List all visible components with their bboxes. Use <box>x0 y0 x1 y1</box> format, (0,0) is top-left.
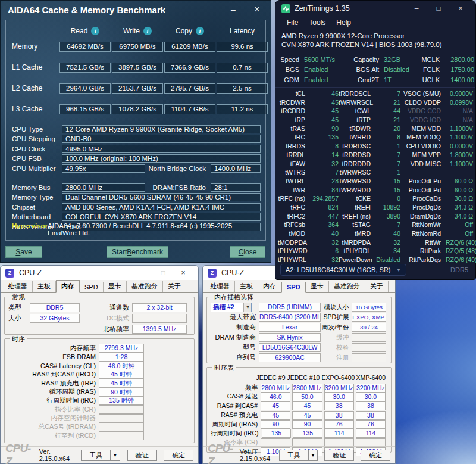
tab[interactable]: 关于 <box>365 281 389 292</box>
close-icon[interactable]: × <box>452 4 469 13</box>
voltage-label: VDDG CCD <box>400 107 446 116</box>
timing-value: 8 <box>310 142 339 151</box>
tools-dropdown-icon[interactable]: ▼ <box>110 450 120 461</box>
tab[interactable]: 主板 <box>235 281 258 292</box>
info-icon[interactable]: i <box>196 27 204 35</box>
profile-header: EXPO-6400 <box>321 374 354 381</box>
bench-copy-value: 1104.7 GB/s <box>164 104 215 114</box>
info-row-label: Chipset <box>12 203 61 211</box>
close-icon[interactable]: × <box>173 269 193 277</box>
timing-label: tMODPDA <box>278 238 310 247</box>
timing-label: tRRDL <box>278 151 310 160</box>
nb-freq-label: 北桥频率 <box>90 325 132 334</box>
info-row: CPU FSB 100.0 MHz (original: 100 MHz) <box>12 154 261 163</box>
voltage-value: 1.8000V <box>446 151 473 160</box>
zentimings-title-bar[interactable]: ZenTimings 1.35 – □ × <box>275 1 475 16</box>
size-label: 大小 <box>8 314 30 323</box>
save-button[interactable]: Save <box>5 246 42 258</box>
cpuz-app-icon: Z <box>5 269 14 278</box>
week-year-value: 39 / 24 <box>352 323 386 332</box>
module-type-value: DDR5 (UDIMM) <box>259 303 321 312</box>
timing-label: tWRWRSCL <box>339 98 375 107</box>
bench-row: L1 Cache 7521.5 GB/s 3897.5 GB/s 7366.9 … <box>12 63 261 73</box>
profile-row-label: 周期时间 (tRAS) <box>211 421 261 429</box>
model-label: 型号 <box>211 343 259 352</box>
tab[interactable]: 内存 <box>258 281 281 292</box>
menu-item[interactable]: Tools <box>303 18 331 27</box>
timing-row: 循环周期 (tRAS) 90 时钟 <box>8 388 190 396</box>
param-value: 32GB <box>384 55 421 64</box>
zentimings-app-icon <box>281 4 290 13</box>
tab[interactable]: 内存 <box>56 280 80 293</box>
memory-bus-row: Memory Bus 2800.0 MHz DRAM:FSB Ratio 28:… <box>12 183 261 192</box>
tab[interactable]: SPD <box>281 282 306 293</box>
timing-label: tWRWRSC <box>339 168 375 177</box>
bench-column-header: Latency <box>217 25 268 37</box>
close-button[interactable]: Close <box>230 246 265 258</box>
timing-value <box>99 431 144 440</box>
register-value <box>352 353 386 362</box>
profile-row-label: RAS# 预充电 <box>211 411 261 419</box>
timing-value: 34 <box>375 247 400 256</box>
aida64-window-title: AIDA64 Cache & Memory Benchmark <box>8 5 165 15</box>
tab[interactable]: 主板 <box>33 281 56 292</box>
tab[interactable]: 显卡 <box>104 281 127 292</box>
slot-select-dropdown[interactable]: 插槽 #2 ▼ <box>211 303 252 312</box>
tab[interactable]: SPD <box>80 282 104 292</box>
cpuz-memory-window: Z CPU-Z – □ × 处理器 主板 内存 SPD 显卡 <box>0 265 199 464</box>
tab[interactable]: 处理器 <box>3 281 33 292</box>
tools-dropdown-icon[interactable]: ▼ <box>308 450 318 461</box>
tab[interactable]: 关于 <box>163 281 186 292</box>
start-benchmark-button[interactable]: Start Benchmark <box>107 246 168 258</box>
timing-value: 90 <box>310 124 339 133</box>
timing-label: tPHYRDL <box>339 247 375 256</box>
timing-value: 32 <box>310 160 339 169</box>
aida64-title-bar[interactable]: AIDA64 Cache & Memory Benchmark – × <box>1 1 271 18</box>
profile-row: RAS# 到CAS# 45 45 38 38 <box>211 402 387 410</box>
param-label: BGS Alt <box>347 66 384 74</box>
bench-row-label: L1 Cache <box>12 63 58 73</box>
check-label: 校验 <box>321 344 352 352</box>
voltage-value: RZQ/6 (40) <box>446 238 473 247</box>
param-value: 1T <box>384 76 421 84</box>
dimm-selector-dropdown[interactable]: A2: LD5U16G64C30LW (16GB, SR) ▼ <box>280 264 406 276</box>
menu-item[interactable]: Help <box>331 18 356 27</box>
minimize-icon[interactable]: – <box>133 269 153 277</box>
timing-row: 内存频率 2799.3 MHz <box>8 344 190 353</box>
info-icon[interactable]: i <box>91 27 99 35</box>
tab[interactable]: 基准跑分 <box>127 281 163 292</box>
voltage-value: 34.0 Ω <box>446 212 473 221</box>
timing-label: tREFI (ns) <box>339 212 375 221</box>
validate-button[interactable]: 验证 <box>324 450 354 461</box>
bench-read-value: 7521.5 GB/s <box>60 63 111 73</box>
menu-item[interactable]: File <box>281 18 303 27</box>
aida64-content-frame: Read i Write i Copy i Latency <box>5 20 266 241</box>
voltage-value: Off <box>446 220 473 229</box>
timing-value: 46 <box>310 89 339 98</box>
bench-copy-value: 2795.7 GB/s <box>164 83 215 94</box>
ok-button[interactable]: 确定 <box>164 450 193 461</box>
max-bandwidth-value: DDR5-6400 (3200 MHz) <box>259 313 321 322</box>
profile-value: 45 <box>261 401 290 410</box>
info-icon[interactable]: i <box>143 27 152 35</box>
tab[interactable]: 处理器 <box>205 281 235 292</box>
maximize-icon[interactable]: □ <box>430 4 447 13</box>
ok-button[interactable]: 确定 <box>361 450 390 461</box>
tab[interactable]: 显卡 <box>306 281 329 292</box>
minimize-icon[interactable]: – <box>227 5 240 14</box>
tools-button[interactable]: 工具 <box>81 450 111 461</box>
tools-button[interactable]: 工具 <box>279 450 309 461</box>
tab[interactable]: 基准跑分 <box>329 281 365 292</box>
cpuz-app-icon: Z <box>208 269 217 278</box>
cpuz-title-bar[interactable]: Z CPU-Z – □ × <box>1 266 198 280</box>
timings-table-group: 时序表 JEDEC #9 JEDEC #10 EXPO-6400 XMP-640… <box>206 367 392 453</box>
close-icon[interactable]: × <box>250 4 264 15</box>
timing-value: 46.0 时钟 <box>99 362 144 370</box>
validate-button[interactable]: 验证 <box>127 450 157 461</box>
timing-value: Disabled <box>375 256 400 264</box>
info-row: Motherboard COLORFUL CVN X870 ARK FROZEN… <box>12 213 261 221</box>
voltage-label: VDD MISC <box>400 160 446 169</box>
voltage-label: ProcOdt Pu <box>400 177 446 186</box>
buffer-value <box>352 333 386 342</box>
minimize-icon[interactable]: – <box>408 4 425 13</box>
